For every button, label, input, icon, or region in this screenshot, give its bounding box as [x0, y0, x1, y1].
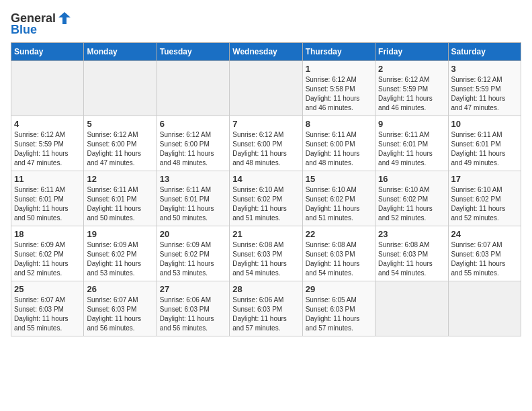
day-number: 16 [378, 174, 445, 184]
calendar-week-row: 4Sunrise: 6:12 AMSunset: 5:59 PMDaylight… [11, 116, 521, 171]
day-info: Sunrise: 6:05 AMSunset: 6:03 PMDaylight:… [306, 295, 372, 333]
calendar-cell: 19Sunrise: 6:09 AMSunset: 6:02 PMDayligh… [84, 226, 157, 281]
calendar-cell: 27Sunrise: 6:06 AMSunset: 6:03 PMDayligh… [157, 281, 229, 336]
day-number: 9 [378, 119, 445, 129]
calendar-cell: 1Sunrise: 6:12 AMSunset: 5:58 PMDaylight… [302, 61, 375, 116]
calendar-cell: 5Sunrise: 6:12 AMSunset: 6:00 PMDaylight… [84, 116, 157, 171]
calendar-cell: 28Sunrise: 6:06 AMSunset: 6:03 PMDayligh… [230, 281, 302, 336]
calendar-cell: 11Sunrise: 6:11 AMSunset: 6:01 PMDayligh… [11, 171, 84, 226]
calendar-cell: 14Sunrise: 6:10 AMSunset: 6:02 PMDayligh… [230, 171, 302, 226]
calendar-cell: 4Sunrise: 6:12 AMSunset: 5:59 PMDaylight… [11, 116, 84, 171]
day-number: 20 [160, 229, 226, 239]
day-info: Sunrise: 6:09 AMSunset: 6:02 PMDaylight:… [14, 240, 81, 278]
day-info: Sunrise: 6:10 AMSunset: 6:02 PMDaylight:… [232, 185, 299, 223]
day-number: 2 [378, 64, 445, 74]
logo: General Blue [11, 11, 72, 37]
day-info: Sunrise: 6:09 AMSunset: 6:02 PMDaylight:… [160, 240, 226, 278]
calendar-cell: 2Sunrise: 6:12 AMSunset: 5:59 PMDaylight… [375, 61, 448, 116]
day-number: 3 [451, 64, 518, 74]
day-number: 24 [451, 229, 518, 239]
calendar-cell: 25Sunrise: 6:07 AMSunset: 6:03 PMDayligh… [11, 281, 84, 336]
weekday-header-monday: Monday [84, 43, 157, 61]
day-info: Sunrise: 6:07 AMSunset: 6:03 PMDaylight:… [451, 240, 518, 278]
day-info: Sunrise: 6:06 AMSunset: 6:03 PMDaylight:… [232, 295, 299, 333]
day-info: Sunrise: 6:10 AMSunset: 6:02 PMDaylight:… [451, 185, 518, 223]
day-info: Sunrise: 6:12 AMSunset: 5:59 PMDaylight:… [378, 75, 445, 113]
calendar-cell: 21Sunrise: 6:08 AMSunset: 6:03 PMDayligh… [230, 226, 302, 281]
calendar-cell: 3Sunrise: 6:12 AMSunset: 5:59 PMDaylight… [448, 61, 521, 116]
calendar-cell: 15Sunrise: 6:10 AMSunset: 6:02 PMDayligh… [302, 171, 375, 226]
calendar-header-row: SundayMondayTuesdayWednesdayThursdayFrid… [11, 43, 521, 61]
day-number: 28 [232, 284, 299, 294]
day-number: 25 [14, 284, 81, 294]
day-info: Sunrise: 6:07 AMSunset: 6:03 PMDaylight:… [87, 295, 153, 333]
weekday-header-tuesday: Tuesday [157, 43, 229, 61]
calendar-cell: 8Sunrise: 6:11 AMSunset: 6:00 PMDaylight… [302, 116, 375, 171]
day-info: Sunrise: 6:10 AMSunset: 6:02 PMDaylight:… [378, 185, 445, 223]
calendar-table: SundayMondayTuesdayWednesdayThursdayFrid… [11, 42, 521, 336]
day-info: Sunrise: 6:12 AMSunset: 6:00 PMDaylight:… [87, 130, 153, 168]
calendar-cell: 23Sunrise: 6:08 AMSunset: 6:03 PMDayligh… [375, 226, 448, 281]
day-number: 18 [14, 229, 81, 239]
day-number: 27 [160, 284, 226, 294]
calendar-cell [11, 61, 84, 116]
day-info: Sunrise: 6:09 AMSunset: 6:02 PMDaylight:… [87, 240, 153, 278]
calendar-week-row: 25Sunrise: 6:07 AMSunset: 6:03 PMDayligh… [11, 281, 521, 336]
calendar-cell: 12Sunrise: 6:11 AMSunset: 6:01 PMDayligh… [84, 171, 157, 226]
calendar-cell: 22Sunrise: 6:08 AMSunset: 6:03 PMDayligh… [302, 226, 375, 281]
day-number: 1 [306, 64, 372, 74]
day-info: Sunrise: 6:11 AMSunset: 6:01 PMDaylight:… [451, 130, 518, 168]
calendar-cell [230, 61, 302, 116]
day-info: Sunrise: 6:06 AMSunset: 6:03 PMDaylight:… [160, 295, 226, 333]
day-number: 23 [378, 229, 445, 239]
calendar-cell: 18Sunrise: 6:09 AMSunset: 6:02 PMDayligh… [11, 226, 84, 281]
day-info: Sunrise: 6:10 AMSunset: 6:02 PMDaylight:… [306, 185, 372, 223]
calendar-cell: 20Sunrise: 6:09 AMSunset: 6:02 PMDayligh… [157, 226, 229, 281]
day-info: Sunrise: 6:12 AMSunset: 6:00 PMDaylight:… [160, 130, 226, 168]
day-number: 12 [87, 174, 153, 184]
day-number: 17 [451, 174, 518, 184]
calendar-week-row: 18Sunrise: 6:09 AMSunset: 6:02 PMDayligh… [11, 226, 521, 281]
day-info: Sunrise: 6:11 AMSunset: 6:01 PMDaylight:… [160, 185, 226, 223]
calendar-cell: 26Sunrise: 6:07 AMSunset: 6:03 PMDayligh… [84, 281, 157, 336]
calendar-cell: 17Sunrise: 6:10 AMSunset: 6:02 PMDayligh… [448, 171, 521, 226]
calendar-cell: 9Sunrise: 6:11 AMSunset: 6:01 PMDaylight… [375, 116, 448, 171]
day-info: Sunrise: 6:08 AMSunset: 6:03 PMDaylight:… [306, 240, 372, 278]
page-header: General Blue [11, 11, 521, 37]
calendar-cell: 7Sunrise: 6:12 AMSunset: 6:00 PMDaylight… [230, 116, 302, 171]
logo-bird-icon [57, 11, 72, 26]
calendar-cell [375, 281, 448, 336]
day-info: Sunrise: 6:11 AMSunset: 6:00 PMDaylight:… [306, 130, 372, 168]
day-number: 8 [306, 119, 372, 129]
day-info: Sunrise: 6:12 AMSunset: 5:59 PMDaylight:… [14, 130, 81, 168]
day-number: 19 [87, 229, 153, 239]
weekday-header-wednesday: Wednesday [230, 43, 302, 61]
logo-blue-text: Blue [11, 23, 37, 37]
calendar-cell: 13Sunrise: 6:11 AMSunset: 6:01 PMDayligh… [157, 171, 229, 226]
calendar-cell [157, 61, 229, 116]
day-number: 29 [306, 284, 372, 294]
day-info: Sunrise: 6:11 AMSunset: 6:01 PMDaylight:… [378, 130, 445, 168]
weekday-header-sunday: Sunday [11, 43, 84, 61]
day-number: 11 [14, 174, 81, 184]
weekday-header-thursday: Thursday [302, 43, 375, 61]
calendar-week-row: 11Sunrise: 6:11 AMSunset: 6:01 PMDayligh… [11, 171, 521, 226]
day-number: 21 [232, 229, 299, 239]
calendar-cell: 24Sunrise: 6:07 AMSunset: 6:03 PMDayligh… [448, 226, 521, 281]
day-info: Sunrise: 6:08 AMSunset: 6:03 PMDaylight:… [232, 240, 299, 278]
day-info: Sunrise: 6:07 AMSunset: 6:03 PMDaylight:… [14, 295, 81, 333]
calendar-cell [84, 61, 157, 116]
day-info: Sunrise: 6:12 AMSunset: 5:59 PMDaylight:… [451, 75, 518, 113]
calendar-cell: 10Sunrise: 6:11 AMSunset: 6:01 PMDayligh… [448, 116, 521, 171]
day-number: 14 [232, 174, 299, 184]
day-info: Sunrise: 6:12 AMSunset: 5:58 PMDaylight:… [306, 75, 372, 113]
calendar-week-row: 1Sunrise: 6:12 AMSunset: 5:58 PMDaylight… [11, 61, 521, 116]
day-number: 10 [451, 119, 518, 129]
day-number: 15 [306, 174, 372, 184]
weekday-header-friday: Friday [375, 43, 448, 61]
day-number: 26 [87, 284, 153, 294]
calendar-cell: 6Sunrise: 6:12 AMSunset: 6:00 PMDaylight… [157, 116, 229, 171]
weekday-header-saturday: Saturday [448, 43, 521, 61]
svg-marker-0 [58, 12, 71, 24]
day-info: Sunrise: 6:12 AMSunset: 6:00 PMDaylight:… [232, 130, 299, 168]
